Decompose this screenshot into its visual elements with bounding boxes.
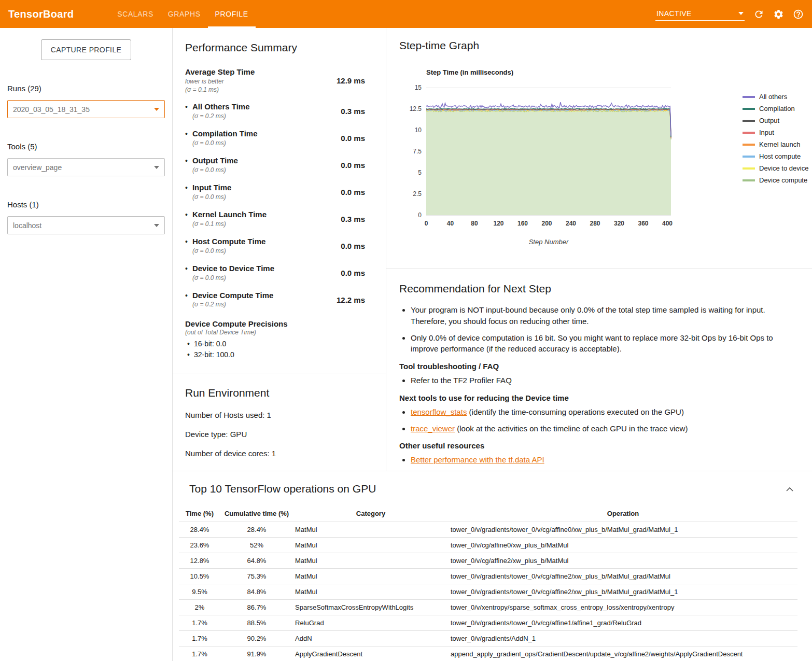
hosts-field: Hosts (1) localhost	[7, 200, 165, 234]
svg-text:0: 0	[425, 220, 428, 227]
step-time-breakdown-item: • Input Time (σ = 0.0 ms) 0.0 ms	[185, 183, 365, 201]
hosts-selected-value: localhost	[13, 221, 41, 230]
run-environment-line: Device type: GPU	[185, 430, 373, 439]
legend-label: All others	[759, 93, 787, 101]
tool-description: (look at the activities on the timeline …	[455, 424, 688, 433]
op-operation-cell: tower_0/v/gradients/AddN_1	[449, 631, 797, 646]
collapse-section-icon[interactable]	[784, 485, 795, 494]
table-row[interactable]: 10.5% 75.3% MatMul tower_0/v/gradients/t…	[179, 569, 797, 584]
chevron-down-icon	[154, 166, 159, 169]
reload-status-label: INACTIVE	[656, 9, 692, 18]
reload-status-dropdown[interactable]: INACTIVE	[655, 7, 745, 21]
bullet-icon: •	[185, 102, 188, 120]
nav-tab[interactable]: GRAPHS	[161, 0, 208, 28]
sidebar: CAPTURE PROFILE Runs (29) 2020_03_05_18_…	[0, 28, 173, 661]
settings-gear-icon[interactable]	[773, 9, 784, 20]
legend-swatch-icon	[743, 96, 755, 98]
svg-text:360: 360	[638, 220, 649, 227]
op-operation-cell: tower_0/v/gradients/tower_0/v/cg/affine1…	[449, 615, 797, 631]
op-operation-cell: tower_0/v/gradients/tower_0/v/cg/affine0…	[449, 522, 797, 538]
svg-text:240: 240	[566, 220, 576, 227]
table-row[interactable]: 2% 86.7% SparseSoftmaxCrossEntropyWithLo…	[179, 600, 797, 615]
hosts-dropdown[interactable]: localhost	[7, 216, 165, 234]
svg-text:10: 10	[415, 126, 422, 134]
capture-profile-button[interactable]: CAPTURE PROFILE	[41, 39, 132, 60]
device-compute-precisions: Device Compute Precisions (out of Total …	[185, 319, 365, 360]
table-row[interactable]: 28.4% 28.4% MatMul tower_0/v/gradients/t…	[179, 522, 797, 538]
op-category-cell: ApplyGradientDescent	[293, 646, 449, 661]
breakdown-value: 0.0 ms	[341, 188, 365, 196]
chart-x-axis-label: Step Number	[426, 238, 671, 246]
table-row[interactable]: 23.6% 52% MatMul tower_0/v/cg/affine0/xw…	[179, 538, 797, 553]
performance-summary-card: Performance Summary Average Step Time lo…	[173, 28, 386, 373]
table-row[interactable]: 1.7% 88.5% ReluGrad tower_0/v/gradients/…	[179, 615, 797, 631]
op-operation-cell: tower_0/v/xentropy/sparse_softmax_cross_…	[449, 600, 797, 615]
bullet-icon: •	[185, 264, 188, 282]
breakdown-sigma: (σ = 0.0 ms)	[192, 193, 232, 201]
svg-text:400: 400	[662, 220, 673, 227]
step-time-breakdown-item: • Output Time (σ = 0.0 ms) 0.0 ms	[185, 156, 365, 174]
legend-swatch-icon	[743, 132, 755, 134]
step-time-chart[interactable]: 02.557.51012.515040801201602002402803203…	[399, 81, 735, 233]
op-time-cell: 10.5%	[179, 569, 220, 584]
run-environment-title: Run Environment	[185, 387, 373, 399]
help-icon[interactable]	[793, 9, 804, 20]
tool-link[interactable]: tensorflow_stats	[411, 407, 467, 416]
op-time-cell: 12.8%	[179, 553, 220, 569]
step-time-graph-card: Step-time Graph Step Time (in millisecon…	[386, 28, 812, 269]
legend-item: Compilation	[743, 105, 808, 112]
step-time-breakdown-item: • Kernel Launch Time (σ = 0.1 ms) 0.3 ms	[185, 210, 365, 228]
page-body: CAPTURE PROFILE Runs (29) 2020_03_05_18_…	[0, 28, 812, 661]
op-cumulative-cell: 84.8%	[220, 584, 293, 600]
resource-item: Better performance with the tf.data API	[411, 454, 796, 466]
legend-label: Kernel launch	[759, 140, 801, 148]
svg-text:0: 0	[418, 212, 422, 219]
nav-tab[interactable]: PROFILE	[208, 0, 256, 28]
op-operation-cell: tower_0/v/cg/affine0/xw_plus_b/MatMul	[449, 538, 797, 553]
table-row[interactable]: 1.7% 90.2% AddN tower_0/v/gradients/AddN…	[179, 631, 797, 646]
runs-dropdown[interactable]: 2020_03_05_18_31_35	[7, 100, 165, 118]
precisions-title: Device Compute Precisions	[185, 319, 365, 328]
resource-link[interactable]: Better performance with the tf.data API	[411, 455, 544, 464]
performance-summary-title: Performance Summary	[185, 41, 365, 54]
op-operation-cell: tower_0/v/cg/affine2/xw_plus_b/MatMul	[449, 553, 797, 569]
breakdown-label: Device Compute Time	[192, 291, 273, 301]
right-column: Step-time Graph Step Time (in millisecon…	[386, 28, 812, 471]
svg-text:7.5: 7.5	[413, 148, 422, 155]
bullet-icon: •	[185, 183, 188, 201]
precision-item: 32-bit: 100.0	[185, 349, 365, 360]
legend-swatch-icon	[743, 144, 755, 146]
recommendation-title: Recommendation for Next Step	[399, 283, 796, 295]
table-row[interactable]: 9.5% 84.8% MatMul tower_0/v/gradients/to…	[179, 584, 797, 600]
tool-link[interactable]: trace_viewer	[411, 424, 455, 433]
refresh-icon[interactable]	[753, 9, 764, 20]
breakdown-sigma: (σ = 0.2 ms)	[192, 300, 273, 308]
table-row[interactable]: 12.8% 64.8% MatMul tower_0/v/cg/affine2/…	[179, 553, 797, 569]
svg-text:200: 200	[541, 220, 552, 227]
tools-dropdown[interactable]: overview_page	[7, 158, 165, 176]
table-row[interactable]: 1.7% 91.9% ApplyGradientDescent append_a…	[179, 646, 797, 661]
nav-tab[interactable]: SCALARS	[110, 0, 161, 28]
chevron-down-icon	[738, 12, 744, 15]
faq-list: Refer to the TF2 Profiler FAQ	[399, 375, 796, 386]
bullet-icon: •	[185, 129, 188, 147]
average-step-time-label: Average Step Time	[185, 67, 255, 77]
breakdown-sigma: (σ = 0.0 ms)	[192, 274, 274, 282]
legend-swatch-icon	[743, 156, 755, 158]
svg-text:160: 160	[517, 220, 528, 227]
faq-heading: Tool troubleshooting / FAQ	[399, 362, 796, 371]
step-time-breakdown-item: • Device Compute Time (σ = 0.2 ms) 12.2 …	[185, 291, 365, 309]
recommendation-statement: Your program is NOT input-bound because …	[411, 304, 796, 327]
chart-legend: All others Compilation Outpu	[743, 93, 808, 188]
svg-text:320: 320	[614, 220, 624, 227]
next-tool-item: tensorflow_stats (identify the time-cons…	[411, 406, 796, 418]
legend-item: Kernel launch	[743, 140, 808, 148]
average-step-time-value: 12.9 ms	[337, 76, 365, 85]
topbar: TensorBoard SCALARS GRAPHS PROFILE INACT…	[0, 0, 812, 28]
recommendation-card: Recommendation for Next Step Your progra…	[386, 269, 812, 471]
run-environment-card: Run Environment Number of Hosts used: 1D…	[173, 373, 386, 468]
next-tools-list: tensorflow_stats (identify the time-cons…	[399, 406, 796, 434]
step-time-graph-title: Step-time Graph	[399, 39, 812, 52]
breakdown-value: 0.0 ms	[341, 242, 365, 250]
breakdown-label: Output Time	[192, 156, 238, 166]
